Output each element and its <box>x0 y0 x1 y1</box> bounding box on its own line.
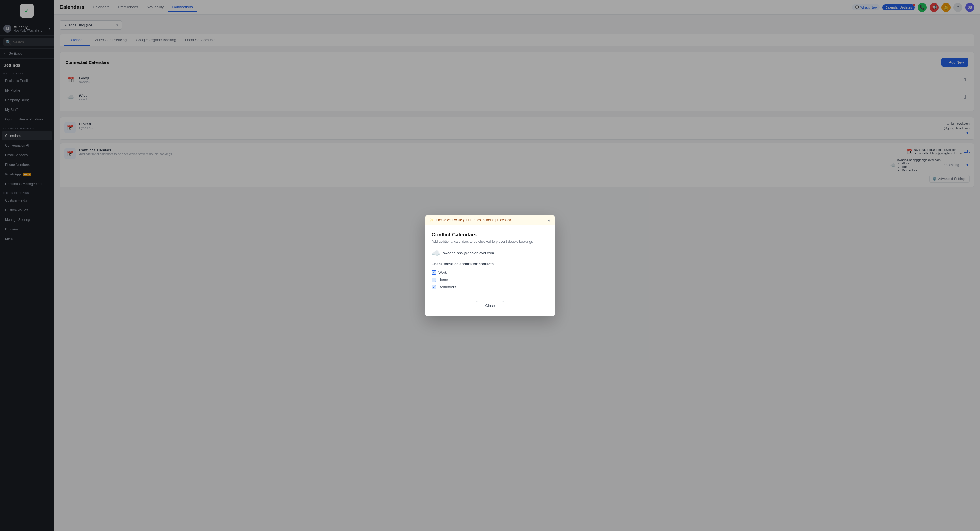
modal-close-button[interactable]: ✕ <box>547 219 551 223</box>
modal-close-footer-button[interactable]: Close <box>476 301 504 310</box>
spinner-icon: ✨ <box>429 218 434 222</box>
checkbox-home-label: Home <box>438 278 448 282</box>
modal-notice-text: Please wait while your request is being … <box>436 218 511 222</box>
modal-subtitle: Add additional calendars to be checked t… <box>431 240 549 243</box>
icloud-account-icon: ☁️ <box>431 249 440 257</box>
modal-footer: Close <box>425 298 555 316</box>
modal-check-label: Check these calendars for conflicts <box>431 262 549 266</box>
conflict-calendars-modal: ✨ Please wait while your request is bein… <box>425 215 555 316</box>
checkbox-reminders-label: Reminders <box>438 285 456 289</box>
checkbox-home[interactable]: ✓ <box>431 278 436 282</box>
checkbox-work-label: Work <box>438 270 447 274</box>
checkbox-reminders[interactable]: ✓ <box>431 285 436 289</box>
modal-account-row: ☁️ swadha.bhoj@gohighlevel.com <box>431 249 549 257</box>
modal-overlay[interactable]: ✨ Please wait while your request is bein… <box>0 0 980 531</box>
modal-title: Conflict Calendars <box>431 232 549 238</box>
modal-account-email: swadha.bhoj@gohighlevel.com <box>443 251 494 255</box>
checkbox-work[interactable]: ✓ <box>431 270 436 275</box>
modal-notice: ✨ Please wait while your request is bein… <box>425 215 555 225</box>
check-item-home: ✓ Home <box>431 276 549 283</box>
modal-body: Conflict Calendars Add additional calend… <box>425 225 555 298</box>
check-item-work: ✓ Work <box>431 269 549 276</box>
check-item-reminders: ✓ Reminders <box>431 283 549 291</box>
